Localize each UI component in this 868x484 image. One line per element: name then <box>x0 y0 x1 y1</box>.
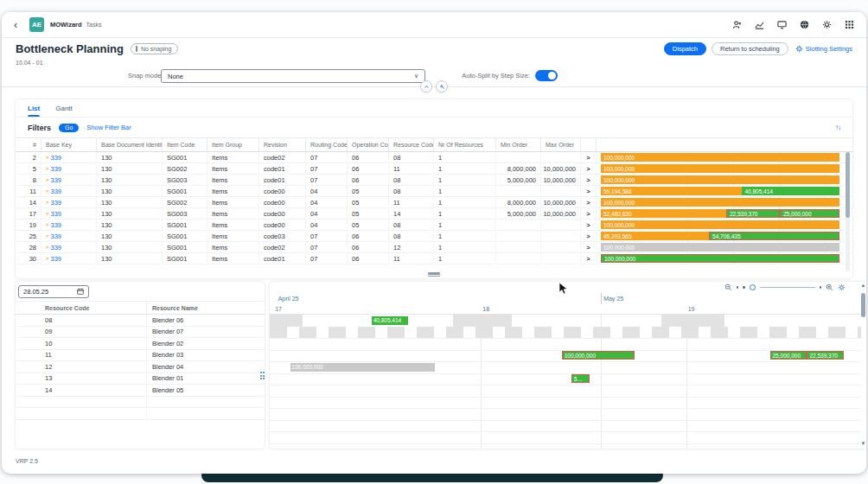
capacity-bar-segment[interactable]: 100,000,000 <box>601 164 839 173</box>
row-expand-chevron-icon[interactable]: > <box>581 175 597 185</box>
gantt-order-bar[interactable]: 5... <box>571 374 590 383</box>
table-header: #Base KeyBase Document IdentifierItem Co… <box>16 138 852 152</box>
capacity-bar-segment[interactable]: 100,000,000 <box>601 243 839 252</box>
table-cell-routing: 04 <box>306 220 348 230</box>
display-icon[interactable] <box>777 20 787 29</box>
gantt-order-bar[interactable]: 100,000,000 <box>562 351 635 360</box>
resource-row[interactable]: 14Blender 05 <box>16 385 265 397</box>
back-icon[interactable]: ‹ <box>14 19 17 31</box>
base-key-link[interactable]: 339 <box>51 232 62 240</box>
slotting-settings-button[interactable]: Slotting Settings <box>794 42 854 55</box>
resource-row[interactable]: 09Blender 07 <box>16 327 265 339</box>
zoom-slider-handle[interactable] <box>750 284 756 290</box>
resource-row[interactable]: 10Blender 02 <box>16 338 265 350</box>
gantt-scrollbar-thumb[interactable] <box>861 293 865 317</box>
capacity-bar-segment[interactable]: 22,539,370 <box>726 209 780 218</box>
calendar-downtime-block <box>453 315 512 327</box>
gantt-order-bar[interactable]: 22,539,370 <box>807 351 844 360</box>
capacity-bar-segment[interactable]: 59,194,586 <box>601 187 742 195</box>
table-scrollbar[interactable] <box>846 152 850 271</box>
return-to-scheduling-button[interactable]: Return to scheduling <box>712 42 788 55</box>
capacity-bar-segment[interactable]: 100,000,000 <box>601 220 839 229</box>
panel-drag-handle[interactable] <box>260 372 266 384</box>
tab-list[interactable]: List <box>28 99 40 117</box>
capacity-bar-segment[interactable]: 100,000,000 <box>601 198 839 207</box>
base-key-link[interactable]: 339 <box>51 210 62 218</box>
gantt-order-bar[interactable]: 40,805,414 <box>372 316 408 325</box>
row-expand-chevron-icon[interactable]: > <box>581 186 597 196</box>
theme-icon[interactable] <box>822 20 832 29</box>
capacity-bar-segment[interactable]: 100,000,000 <box>601 175 839 184</box>
table-cell-nr: 19 <box>16 220 41 230</box>
table-cell-operation: 06 <box>348 152 389 162</box>
base-key-link[interactable]: 339 <box>51 199 62 207</box>
sort-icon[interactable]: ↑↓ <box>835 124 840 131</box>
collapse-header-button[interactable] <box>420 80 432 92</box>
row-expand-chevron-icon[interactable]: > <box>581 163 597 174</box>
resource-row[interactable]: 12Blender 04 <box>16 361 265 373</box>
panel-splitter-grip[interactable] <box>428 272 440 277</box>
base-key-link[interactable]: 339 <box>51 188 62 195</box>
base-key-link[interactable]: 339 <box>51 255 62 263</box>
table-cell-base_key: >339 <box>41 175 97 185</box>
capacity-bar-segment[interactable]: 100,000,000 <box>601 254 839 263</box>
row-expand-chevron-icon[interactable]: > <box>581 231 597 241</box>
date-input[interactable]: 28.05.25 <box>18 285 89 298</box>
resource-row[interactable]: 13Blender 01 <box>16 373 265 385</box>
base-key-link[interactable]: 339 <box>51 154 62 162</box>
pin-header-button[interactable] <box>436 80 448 92</box>
zoom-in-icon[interactable] <box>826 283 833 291</box>
base-key-marker-icon: > <box>46 155 49 160</box>
zoom-slider-track[interactable] <box>760 287 815 289</box>
scroll-down-icon[interactable]: ▼ <box>860 441 866 447</box>
show-filter-bar-link[interactable]: Show Filter Bar <box>86 124 131 131</box>
row-expand-chevron-icon[interactable]: > <box>581 208 597 219</box>
base-key-link[interactable]: 339 <box>51 221 62 229</box>
calendar-icon[interactable] <box>77 288 84 295</box>
scroll-up-icon[interactable]: ▲ <box>860 283 866 289</box>
row-expand-chevron-icon[interactable]: > <box>581 152 597 162</box>
chart-icon[interactable] <box>755 20 764 29</box>
gantt-month-label: May 25 <box>603 296 623 302</box>
date-row: 28.05.25 <box>16 282 265 301</box>
base-key-link[interactable]: 339 <box>51 165 62 173</box>
table-cell-nr_res: 1 <box>434 197 496 207</box>
resource-panel: 28.05.25 Resource CodeResource Name 08Bl… <box>16 282 265 449</box>
tab-gantt[interactable]: Gantt <box>55 99 73 117</box>
dispatch-button[interactable]: Dispatch <box>664 42 706 55</box>
gantt-scrollbar[interactable]: ▲ ▼ <box>860 283 866 447</box>
row-expand-chevron-icon[interactable]: > <box>581 242 597 252</box>
zoom-out-icon[interactable] <box>724 283 732 291</box>
table-cell-item: SG003 <box>163 208 207 219</box>
capacity-bar-segment[interactable]: 25,000,000 <box>780 209 839 218</box>
gantt-order-bar[interactable]: 100,000,000 <box>290 363 435 372</box>
resource-row[interactable]: 08Blender 06 <box>16 315 265 327</box>
page-title: Bottleneck Planning <box>16 42 124 55</box>
resource-row[interactable]: 11Blender 03 <box>16 350 265 362</box>
table-cell-base_key: >339 <box>41 186 97 196</box>
date-value: 28.05.25 <box>23 288 73 296</box>
row-expand-chevron-icon[interactable]: > <box>581 253 597 264</box>
capacity-bar-segment[interactable]: 40,805,414 <box>742 187 839 195</box>
base-key-link[interactable]: 339 <box>51 244 62 252</box>
resource-code-cell: 10 <box>16 338 147 349</box>
capacity-bar-segment[interactable]: 100,000,000 <box>601 153 839 162</box>
add-user-icon[interactable] <box>732 20 742 29</box>
capacity-bar-segment[interactable]: 45,293,565 <box>601 232 709 240</box>
gantt-settings-gear-icon[interactable] <box>838 283 846 291</box>
go-button[interactable]: Go <box>59 124 79 132</box>
globe-icon[interactable] <box>800 20 809 29</box>
gantt-row-line <box>270 385 861 385</box>
row-expand-chevron-icon[interactable]: > <box>581 220 597 230</box>
capacity-bar-segment[interactable]: 52,460,630 <box>601 209 726 218</box>
row-expand-chevron-icon[interactable]: > <box>581 197 597 207</box>
app-logo[interactable]: AE <box>29 17 44 32</box>
bar-label: 22,539,370 <box>727 211 758 217</box>
row-bar-area: 59,194,58640,805,414 <box>597 186 844 196</box>
gantt-order-bar[interactable]: 25,000,000 <box>770 351 807 360</box>
base-key-link[interactable]: 339 <box>51 176 62 184</box>
scrollbar-thumb[interactable] <box>846 152 850 218</box>
capacity-bar-segment[interactable]: 54,706,435 <box>709 232 839 240</box>
chevron-down-icon: ∨ <box>414 73 418 80</box>
grid-icon[interactable] <box>845 20 854 29</box>
